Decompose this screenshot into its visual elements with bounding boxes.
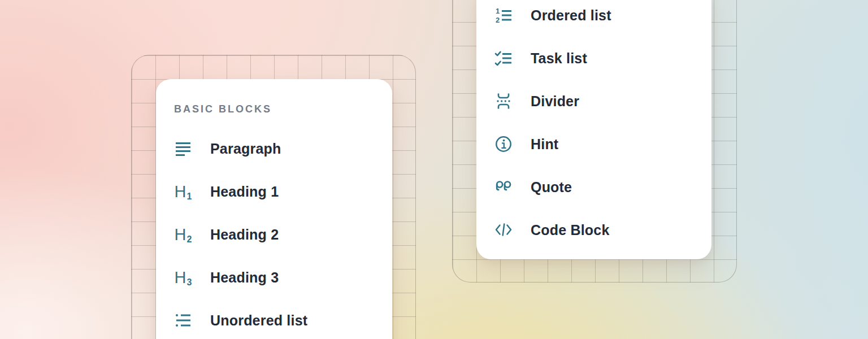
menu-item-label: Heading 1 (210, 184, 279, 200)
menu-item-label: Task list (531, 50, 587, 67)
menu-item-label: Ordered list (531, 7, 611, 24)
menu-item-label: Hint (531, 136, 558, 153)
menu-item-paragraph[interactable]: Paragraph (156, 127, 392, 170)
quote-icon (494, 178, 513, 196)
divider-icon (494, 92, 513, 110)
menu-item-divider[interactable]: Divider (476, 80, 711, 123)
menu-item-quote[interactable]: Quote (476, 166, 711, 208)
menu-item-label: Unordered list (210, 312, 307, 329)
ordered-list-icon: 1 2 (494, 6, 513, 24)
heading-1-icon: H1 (174, 182, 192, 201)
menu-item-label: Quote (531, 179, 572, 195)
svg-text:1: 1 (496, 7, 500, 15)
svg-text:2: 2 (496, 16, 500, 24)
menu-item-code-block[interactable]: Code Block (476, 208, 711, 251)
menu-item-heading-3[interactable]: H3 Heading 3 (156, 256, 392, 299)
paragraph-icon (174, 140, 192, 158)
menu-item-task-list[interactable]: Task list (476, 37, 711, 80)
heading-3-icon: H3 (174, 268, 192, 286)
task-list-icon (494, 49, 513, 67)
heading-2-icon: H2 (174, 225, 192, 244)
menu-item-unordered-list[interactable]: Unordered list (156, 299, 392, 339)
menu-item-label: Paragraph (210, 141, 281, 157)
menu-item-label: Heading 2 (210, 227, 279, 243)
hint-icon (494, 135, 513, 153)
basic-blocks-header: BASIC BLOCKS (174, 103, 392, 115)
unordered-list-icon (174, 311, 192, 329)
menu-item-label: Heading 3 (210, 270, 279, 286)
more-blocks-menu: 1 2 Ordered list Task list (476, 0, 711, 259)
menu-item-heading-2[interactable]: H2 Heading 2 (156, 213, 392, 256)
basic-blocks-menu: BASIC BLOCKS Paragraph H1 Heading 1 H2 H… (156, 79, 392, 339)
menu-item-label: Code Block (531, 222, 610, 238)
code-block-icon (494, 221, 513, 239)
menu-item-heading-1[interactable]: H1 Heading 1 (156, 170, 392, 213)
menu-item-ordered-list[interactable]: 1 2 Ordered list (476, 0, 711, 37)
menu-item-label: Divider (531, 93, 579, 110)
menu-item-hint[interactable]: Hint (476, 123, 711, 166)
